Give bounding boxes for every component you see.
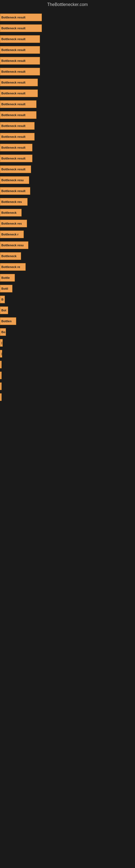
result-bar: Bottleneck res	[0, 220, 27, 227]
bar-row	[0, 370, 135, 381]
bar-label: Bottleneck result	[1, 70, 26, 73]
bar-row: Bottleneck result	[0, 23, 135, 34]
bar-label: Bottleneck result	[1, 37, 26, 41]
bar-row: Bottleneck re	[0, 261, 135, 272]
bar-label: Bottle	[1, 276, 10, 279]
bar-row: Bottleneck result	[0, 110, 135, 120]
bar-label: Bottl	[1, 287, 8, 290]
result-bar: Bottleneck result	[0, 57, 40, 65]
bar-label: Bottleneck result	[1, 167, 26, 171]
result-bar: Bottleneck res	[0, 198, 28, 206]
bar-row: Bot	[0, 305, 135, 316]
bar-label: Bottleneck result	[1, 102, 26, 106]
bar-label: Bottleneck result	[1, 124, 26, 127]
bar-label: Bottleneck result	[1, 59, 26, 62]
result-bar: Bottle	[0, 274, 15, 282]
result-bar: Bottleneck result	[0, 144, 32, 151]
bar-label: Bottleneck result	[1, 16, 26, 19]
result-bar: Bottleneck	[0, 209, 21, 216]
bar-label: Bottleneck result	[1, 146, 26, 149]
bar-row: Bottleneck result	[0, 88, 135, 99]
bar-row: Bottleneck result	[0, 131, 135, 142]
bar-row: Bottleneck result	[0, 99, 135, 110]
bar-row: Bottleneck resu	[0, 240, 135, 251]
result-bar: |	[0, 339, 3, 347]
bar-row: Bottleneck result	[0, 66, 135, 77]
result-bar: Bottleneck result	[0, 100, 37, 108]
bar-label: Bottleneck r	[1, 233, 18, 236]
bar-label: Bottleneck result	[1, 157, 26, 160]
result-bar: Bottleneck result	[0, 68, 40, 75]
site-title: TheBottlenecker.com	[0, 0, 135, 9]
bar-row: Bottleneck result	[0, 55, 135, 66]
result-bar: Bottleneck result	[0, 46, 40, 54]
bar-label: Bottleneck resu	[1, 179, 24, 182]
bar-row: Bottleneck result	[0, 142, 135, 153]
bar-label: |	[1, 352, 2, 355]
result-bar: Bottleneck result	[0, 155, 32, 162]
bar-label: Bottleneck result	[1, 189, 26, 193]
bar-label: B	[1, 298, 3, 301]
result-bar: Bottleneck result	[0, 133, 35, 141]
result-bar: Bottleneck result	[0, 111, 37, 119]
bar-row: Bottlen	[0, 316, 135, 327]
bar-row: Bottleneck result	[0, 153, 135, 164]
bar-row: Bottleneck result	[0, 186, 135, 196]
result-bar: Bottl	[0, 285, 12, 292]
bar-row: Bottleneck res	[0, 218, 135, 229]
bar-label: Bottleneck result	[1, 113, 26, 117]
result-bar: Bottleneck resu	[0, 241, 28, 249]
bar-row	[0, 359, 135, 370]
bar-row: Bottleneck result	[0, 164, 135, 175]
result-bar: Bottleneck result	[0, 24, 42, 32]
bar-label: Bottlen	[1, 319, 12, 323]
result-bar: Bottleneck result	[0, 165, 31, 173]
result-bar	[0, 361, 2, 368]
result-bar	[0, 382, 2, 390]
bar-label: Bottleneck result	[1, 92, 26, 95]
result-bar: |	[0, 350, 2, 358]
bar-label: |	[1, 341, 2, 344]
bar-row: Bottle	[0, 272, 135, 283]
bar-row: |	[0, 348, 135, 359]
bar-row: Bottleneck	[0, 251, 135, 261]
bar-label: Bottleneck resu	[1, 244, 24, 247]
result-bar: Bottleneck re	[0, 263, 26, 271]
result-bar: Bottleneck result	[0, 35, 40, 43]
result-bar	[0, 393, 2, 401]
bar-label: Bottleneck result	[1, 135, 26, 138]
bar-label: Bo	[1, 330, 5, 334]
bar-label: Bottleneck re	[1, 265, 20, 269]
result-bar: Bottleneck result	[0, 122, 35, 130]
bar-row: Bottleneck res	[0, 196, 135, 207]
result-bar: Bottlen	[0, 317, 16, 325]
bar-row: Bottleneck r	[0, 229, 135, 240]
result-bar: Bottleneck result	[0, 90, 38, 97]
result-bar: Bottleneck result	[0, 187, 30, 195]
result-bar: Bottleneck result	[0, 13, 42, 21]
result-bar: Bottleneck r	[0, 230, 24, 238]
result-bar	[0, 372, 2, 379]
bar-row: Bottleneck result	[0, 44, 135, 55]
bar-row: Bottleneck result	[0, 12, 135, 23]
bar-row	[0, 381, 135, 392]
bar-row: |	[0, 337, 135, 348]
bar-row: Bottleneck result	[0, 77, 135, 88]
bar-row: Bottleneck result	[0, 34, 135, 44]
bar-label: Bottleneck res	[1, 200, 22, 204]
bar-label: Bottleneck	[1, 211, 16, 214]
bar-row: Bottleneck resu	[0, 175, 135, 186]
bar-row: Bottleneck	[0, 207, 135, 218]
result-bar: Bottleneck resu	[0, 176, 29, 184]
bar-row: Bottl	[0, 283, 135, 294]
result-bar: Bottleneck result	[0, 79, 38, 86]
bar-label: Bottleneck	[1, 254, 16, 258]
result-bar: Bot	[0, 307, 8, 314]
bar-row: B	[0, 294, 135, 305]
result-bar: B	[0, 296, 5, 303]
bar-label: Bottleneck res	[1, 222, 22, 225]
bars-container: Bottleneck resultBottleneck resultBottle…	[0, 9, 135, 405]
result-bar: Bottleneck	[0, 252, 21, 260]
bar-label: Bottleneck result	[1, 27, 26, 30]
bar-label: Bottleneck result	[1, 48, 26, 52]
